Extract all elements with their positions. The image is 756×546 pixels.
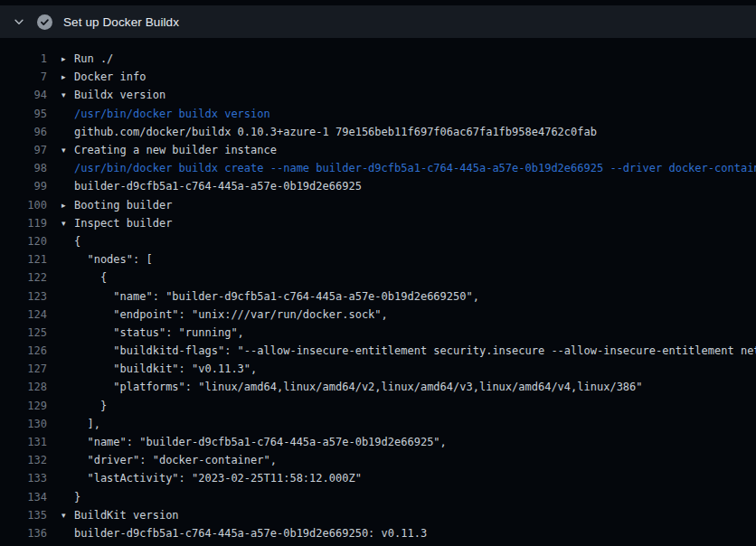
line-number[interactable]: 94 [0, 89, 47, 101]
line-number[interactable]: 126 [0, 344, 47, 357]
log-text: "status": "running", [74, 326, 244, 339]
line-number[interactable]: 119 [0, 217, 47, 230]
log-text: "nodes": [ [74, 253, 153, 266]
log-output: 1▸Run ./7▸Docker info94▾Buildx version95… [0, 38, 756, 542]
chevron-right-icon[interactable]: ▸ [61, 196, 74, 214]
log-line: 124 "endpoint": "unix:///var/run/docker.… [0, 306, 756, 324]
log-line: 127 "buildkit": "v0.11.3", [0, 360, 756, 378]
log-text: "buildkitd-flags": "--allow-insecure-ent… [74, 344, 756, 357]
line-number[interactable]: 134 [0, 491, 47, 504]
line-number[interactable]: 96 [0, 126, 47, 138]
log-text: "buildkit": "v0.11.3", [74, 362, 257, 375]
line-number[interactable]: 122 [0, 271, 47, 284]
line-number[interactable]: 97 [0, 144, 47, 156]
log-group-title: Inspect builder [74, 217, 172, 230]
log-text: } [74, 400, 107, 412]
log-group-title: Buildx version [74, 89, 165, 101]
log-text: builder-d9cfb5a1-c764-445a-a57e-0b19d2e6… [74, 527, 427, 540]
log-group-row[interactable]: 119▾Inspect builder [0, 214, 756, 232]
log-text: "platforms": "linux/amd64,linux/amd64/v2… [74, 381, 643, 393]
chevron-down-icon[interactable]: ▾ [61, 506, 74, 524]
log-group-row[interactable]: 94▾Buildx version [0, 86, 756, 104]
log-text: "driver": "docker-container", [74, 454, 277, 466]
log-group-row[interactable]: 1▸Run ./ [0, 50, 756, 68]
log-text: github.com/docker/buildx 0.10.3+azure-1 … [74, 126, 597, 138]
log-group-title: Creating a new builder instance [74, 144, 277, 156]
chevron-right-icon[interactable]: ▸ [61, 50, 74, 68]
step-header[interactable]: Set up Docker Buildx [0, 5, 756, 38]
line-number[interactable]: 100 [0, 199, 47, 212]
log-command-text: /usr/bin/docker buildx version [74, 108, 270, 120]
log-text: "endpoint": "unix:///var/run/docker.sock… [74, 308, 388, 321]
log-text: { [74, 271, 107, 284]
log-line: 132 "driver": "docker-container", [0, 451, 756, 469]
line-number[interactable]: 120 [0, 235, 47, 248]
workflow-log-panel: Set up Docker Buildx 1▸Run ./7▸Docker in… [0, 5, 756, 546]
check-circle-icon [37, 14, 52, 30]
line-number[interactable]: 133 [0, 472, 47, 485]
log-line: 98/usr/bin/docker buildx create --name b… [0, 159, 756, 177]
log-line: 95/usr/bin/docker buildx version [0, 105, 756, 123]
log-line: 136builder-d9cfb5a1-c764-445a-a57e-0b19d… [0, 524, 756, 542]
line-number[interactable]: 123 [0, 290, 47, 303]
log-group-row[interactable]: 100▸Booting builder [0, 196, 756, 214]
chevron-down-icon[interactable]: ▾ [61, 86, 74, 104]
line-number[interactable]: 98 [0, 162, 47, 174]
line-number[interactable]: 127 [0, 362, 47, 375]
log-line: 120{ [0, 232, 756, 250]
log-line: 96github.com/docker/buildx 0.10.3+azure-… [0, 123, 756, 141]
log-group-title: Booting builder [74, 199, 172, 212]
log-line: 131 "name": "builder-d9cfb5a1-c764-445a-… [0, 433, 756, 451]
log-group-title: BuildKit version [74, 509, 179, 522]
log-line: 121 "nodes": [ [0, 250, 756, 268]
line-number[interactable]: 131 [0, 436, 47, 448]
line-number[interactable]: 7 [0, 71, 47, 83]
log-group-title: Run ./ [74, 52, 113, 65]
line-number[interactable]: 135 [0, 509, 47, 522]
chevron-down-icon[interactable] [13, 15, 25, 28]
log-line: 128 "platforms": "linux/amd64,linux/amd6… [0, 378, 756, 396]
line-number[interactable]: 125 [0, 326, 47, 339]
log-line: 123 "name": "builder-d9cfb5a1-c764-445a-… [0, 287, 756, 305]
log-line: 126 "buildkitd-flags": "--allow-insecure… [0, 342, 756, 360]
line-number[interactable]: 132 [0, 454, 47, 466]
log-text: "name": "builder-d9cfb5a1-c764-445a-a57e… [74, 436, 447, 448]
log-line: 99builder-d9cfb5a1-c764-445a-a57e-0b19d2… [0, 177, 756, 195]
log-group-row[interactable]: 97▾Creating a new builder instance [0, 141, 756, 159]
log-text: "lastActivity": "2023-02-25T11:58:12.000… [74, 472, 362, 485]
log-text: { [74, 235, 80, 248]
log-text: builder-d9cfb5a1-c764-445a-a57e-0b19d2e6… [74, 180, 362, 193]
line-number[interactable]: 121 [0, 253, 47, 266]
log-group-row[interactable]: 135▾BuildKit version [0, 506, 756, 524]
line-number[interactable]: 1 [0, 52, 47, 65]
log-text: } [74, 491, 80, 504]
log-line: 130 ], [0, 415, 756, 433]
log-line: 129 } [0, 397, 756, 415]
line-number[interactable]: 95 [0, 108, 47, 120]
log-command-text: /usr/bin/docker buildx create --name bui… [74, 162, 756, 174]
log-text: ], [74, 418, 100, 430]
line-number[interactable]: 124 [0, 308, 47, 321]
chevron-down-icon[interactable]: ▾ [61, 141, 74, 159]
chevron-down-icon[interactable]: ▾ [61, 214, 74, 232]
log-line: 125 "status": "running", [0, 324, 756, 342]
line-number[interactable]: 128 [0, 381, 47, 393]
line-number[interactable]: 136 [0, 527, 47, 540]
log-text: "name": "builder-d9cfb5a1-c764-445a-a57e… [74, 290, 479, 303]
log-group-row[interactable]: 7▸Docker info [0, 68, 756, 86]
line-number[interactable]: 129 [0, 400, 47, 412]
line-number[interactable]: 99 [0, 180, 47, 193]
chevron-right-icon[interactable]: ▸ [61, 68, 74, 86]
step-title: Set up Docker Buildx [63, 15, 179, 29]
log-line: 133 "lastActivity": "2023-02-25T11:58:12… [0, 469, 756, 487]
log-group-title: Docker info [74, 71, 146, 83]
line-number[interactable]: 130 [0, 418, 47, 430]
log-line: 122 { [0, 268, 756, 287]
log-line: 134} [0, 488, 756, 506]
